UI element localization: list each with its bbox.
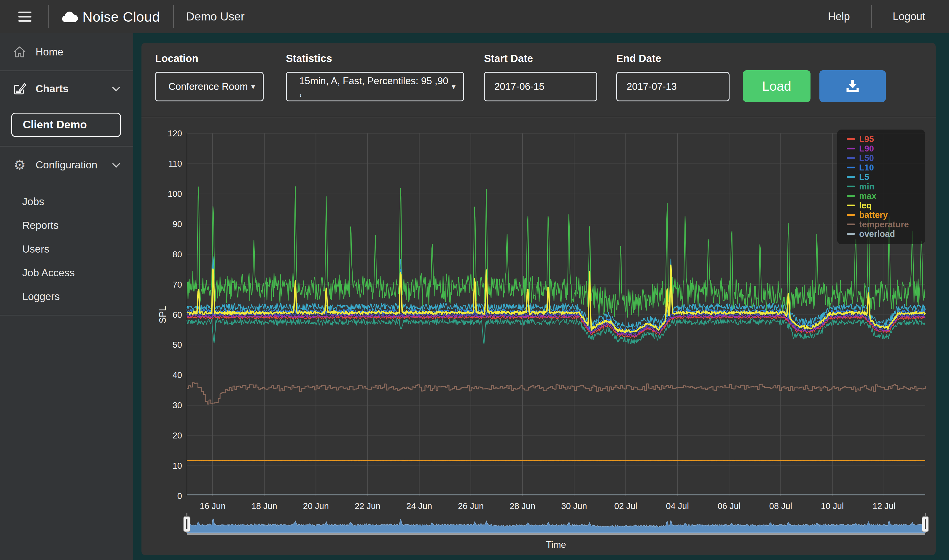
location-label: Location bbox=[155, 52, 199, 64]
legend-item-leq[interactable]: leq bbox=[847, 201, 925, 210]
download-button[interactable] bbox=[820, 70, 886, 102]
charts-edit-icon bbox=[12, 82, 27, 96]
end-date-label: End Date bbox=[616, 52, 661, 64]
axis-tick-label: 50 bbox=[173, 340, 182, 349]
axis-tick-label: 60 bbox=[173, 310, 182, 320]
divider bbox=[0, 315, 133, 315]
axis-tick-label: 20 Jun bbox=[303, 501, 329, 511]
location-select[interactable]: Conference Room ▾ bbox=[155, 72, 263, 102]
axis-tick-label: 16 Jun bbox=[200, 501, 226, 511]
statistics-select[interactable]: 15min, A, Fast, Percentiles: 95 ,90 , ▾ bbox=[286, 72, 464, 102]
help-link[interactable]: Help bbox=[828, 10, 850, 23]
chart-section: 010203040506070809010011012016 Jun18 Jun… bbox=[142, 117, 936, 555]
legend-label: min bbox=[859, 182, 875, 191]
logout-link[interactable]: Logout bbox=[893, 10, 925, 23]
axis-tick-label: 10 bbox=[173, 461, 182, 471]
sidebar-item-users[interactable]: Users bbox=[0, 237, 133, 261]
axis-tick-label: 110 bbox=[168, 159, 182, 168]
legend-item-overload[interactable]: overload bbox=[847, 229, 925, 238]
legend-label: L50 bbox=[859, 154, 874, 163]
axis-tick-label: 120 bbox=[168, 129, 182, 138]
legend-item-L90[interactable]: L90 bbox=[847, 144, 925, 153]
statistics-value: 15min, A, Fast, Percentiles: 95 ,90 , bbox=[287, 75, 452, 98]
noise-cloud-app: { "header": { "brand": "Noise Cloud", "u… bbox=[0, 0, 949, 560]
divider bbox=[173, 5, 174, 28]
legend-swatch bbox=[847, 214, 855, 216]
end-date-input[interactable] bbox=[616, 72, 730, 102]
cloud-icon bbox=[61, 10, 78, 23]
series-max bbox=[187, 187, 925, 317]
legend-item-L50[interactable]: L50 bbox=[847, 153, 925, 163]
select-arrow-icon: ▾ bbox=[452, 82, 456, 91]
series-temperature bbox=[187, 383, 925, 404]
divider bbox=[871, 5, 872, 28]
legend-label: temperature bbox=[859, 220, 909, 229]
legend-item-battery[interactable]: battery bbox=[847, 210, 925, 220]
axis-tick-label: 100 bbox=[168, 189, 182, 198]
legend-item-min[interactable]: min bbox=[847, 182, 925, 191]
axis-tick-label: 04 Jul bbox=[666, 501, 689, 511]
legend-item-temperature[interactable]: temperature bbox=[847, 220, 925, 229]
chart-legend: L95L90L50L10L5minmaxleqbatterytemperatur… bbox=[837, 129, 925, 244]
gear-icon: ⚙ bbox=[12, 158, 27, 172]
sidebar-item-job-access[interactable]: Job Access bbox=[0, 261, 133, 285]
axis-tick-label: 30 bbox=[173, 400, 182, 410]
sidebar-item-home[interactable]: Home bbox=[0, 33, 133, 71]
main-panel: Location Conference Room ▾ Statistics 15… bbox=[142, 43, 936, 555]
divider bbox=[48, 5, 49, 28]
legend-item-max[interactable]: max bbox=[847, 191, 925, 201]
brand: Noise Cloud bbox=[61, 9, 160, 25]
axis-tick-label: 80 bbox=[173, 249, 182, 259]
legend-label: battery bbox=[859, 211, 888, 219]
x-axis-title: Time bbox=[546, 540, 566, 550]
client-demo-button[interactable]: Client Demo bbox=[11, 113, 121, 137]
sidebar-item-label: Configuration bbox=[35, 159, 97, 171]
home-icon bbox=[12, 45, 27, 59]
axis-tick-label: 40 bbox=[173, 370, 182, 380]
legend-swatch bbox=[847, 195, 855, 197]
load-button[interactable]: Load bbox=[743, 70, 810, 102]
start-date-label: Start Date bbox=[484, 52, 533, 64]
y-axis-title: SPL bbox=[157, 306, 168, 323]
menu-icon[interactable] bbox=[18, 12, 31, 22]
sidebar-item-jobs[interactable]: Jobs bbox=[0, 190, 133, 214]
axis-tick-label: 30 Jun bbox=[561, 501, 587, 511]
sidebar-item-reports[interactable]: Reports bbox=[0, 214, 133, 237]
legend-item-L5[interactable]: L5 bbox=[847, 172, 925, 182]
chevron-down-icon bbox=[112, 84, 120, 92]
legend-swatch bbox=[847, 186, 855, 187]
sidebar-item-charts[interactable]: Charts bbox=[0, 71, 133, 106]
legend-item-L10[interactable]: L10 bbox=[847, 163, 925, 172]
navigator-scrollbar-track[interactable] bbox=[187, 533, 925, 535]
legend-swatch bbox=[847, 167, 855, 168]
axis-tick-label: 90 bbox=[173, 219, 182, 229]
statistics-label: Statistics bbox=[286, 52, 332, 64]
axis-tick-label: 08 Jul bbox=[769, 501, 792, 511]
select-arrow-icon: ▾ bbox=[251, 82, 255, 91]
location-value: Conference Room bbox=[156, 81, 248, 92]
axis-tick-label: 26 Jun bbox=[458, 501, 484, 511]
legend-label: L90 bbox=[859, 145, 874, 153]
legend-swatch bbox=[847, 233, 855, 235]
sidebar-item-loggers[interactable]: Loggers bbox=[0, 285, 133, 308]
axis-tick-label: 20 bbox=[173, 431, 182, 440]
axis-tick-label: 28 Jun bbox=[510, 501, 535, 511]
legend-item-L95[interactable]: L95 bbox=[847, 134, 925, 144]
spl-time-chart[interactable]: 010203040506070809010011012016 Jun18 Jun… bbox=[142, 117, 936, 555]
navigator-area[interactable] bbox=[187, 518, 925, 533]
start-date-input[interactable] bbox=[484, 72, 597, 102]
sidebar: Home Charts Client Demo ⚙ Configuration … bbox=[0, 33, 133, 560]
legend-label: L95 bbox=[859, 135, 874, 143]
legend-label: leq bbox=[859, 201, 872, 210]
legend-label: max bbox=[859, 192, 877, 200]
download-icon bbox=[844, 78, 861, 95]
legend-label: overload bbox=[859, 230, 895, 238]
legend-label: L10 bbox=[859, 163, 874, 172]
chevron-down-icon bbox=[112, 160, 120, 168]
legend-swatch bbox=[847, 223, 855, 225]
legend-swatch bbox=[847, 176, 855, 178]
sidebar-item-configuration[interactable]: ⚙ Configuration bbox=[0, 146, 133, 183]
app-title: Noise Cloud bbox=[82, 9, 160, 25]
current-user: Demo User bbox=[186, 10, 245, 23]
axis-tick-label: 06 Jul bbox=[718, 501, 741, 511]
